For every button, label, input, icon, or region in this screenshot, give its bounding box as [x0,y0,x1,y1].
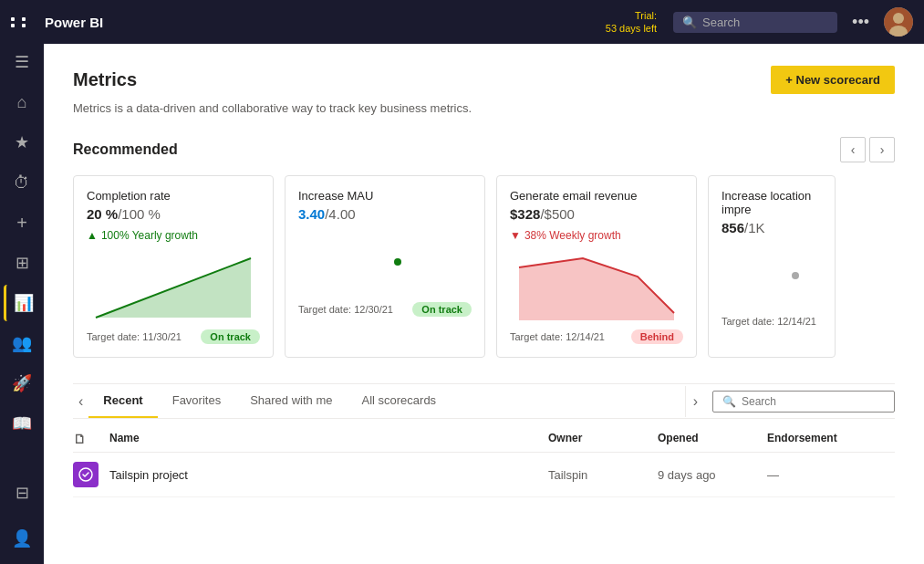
sidebar-item-home[interactable]: ⌂ [4,84,40,120]
table-section: 🗋 Name Owner Opened Endorsement Tailspin [73,426,895,497]
search-icon: 🔍 [722,395,736,408]
tab-all-scorecards[interactable]: All scorecards [347,384,451,418]
sidebar-item-user[interactable]: 👤 [4,520,40,557]
recommended-title: Recommended [73,141,178,158]
metric-cards-row: Completion rate 20 %/100 % ▲ 100% Yearly… [73,175,895,358]
tabs-next-button[interactable]: › [685,386,705,417]
row-endorsement: — [767,468,895,482]
status-badge: On track [412,302,472,317]
card-title: Increase MAU [298,189,472,203]
page-header: Metrics + New scorecard [73,66,895,94]
app-logo: Power BI [45,15,597,30]
card-footer: Target date: 12/30/21 On track [298,302,472,317]
card-title: Increase location impre [722,189,822,216]
tab-search-input[interactable] [742,395,869,408]
row-icon [73,462,109,487]
dot-green-indicator [394,258,401,266]
target-date: Target date: 11/30/21 [87,331,182,342]
card-chart [722,235,822,308]
col-owner: Owner [548,432,658,446]
nav-next-button[interactable]: › [869,137,895,162]
topbar-search-box[interactable]: 🔍 [673,12,837,33]
table-row[interactable]: Tailspin project Tailspin 9 days ago — [73,453,895,497]
card-chart [298,222,472,295]
row-owner: Tailspin [548,468,658,482]
sidebar-item-deploy[interactable]: 🚀 [4,365,40,402]
status-badge: Behind [631,329,683,344]
page-title: Metrics [73,69,137,90]
sidebar-item-apps[interactable]: ⊞ [4,245,40,281]
card-footer: Target date: 12/14/21 [722,316,822,327]
target-date: Target date: 12/30/21 [298,304,393,315]
tabs-row: ‹ Recent Favorites Shared with me All sc… [73,384,895,419]
card-footer: Target date: 12/14/21 Behind [510,329,683,344]
card-value: 3.40/4.00 [298,206,472,222]
card-title: Completion rate [87,189,260,203]
svg-point-1 [893,13,904,24]
dot-chart [298,222,472,295]
trial-info: Trial: 53 days left [606,9,657,36]
table-header: 🗋 Name Owner Opened Endorsement [73,426,895,453]
recommended-header: Recommended ‹ › [73,137,895,162]
card-chart [87,249,260,322]
tabs-prev-button[interactable]: ‹ [73,386,88,417]
card-growth: ▲ 100% Yearly growth [87,229,260,242]
sidebar-item-workspaces[interactable]: ⊟ [4,480,40,517]
tabs-section: ‹ Recent Favorites Shared with me All sc… [73,383,895,497]
card-value: 856/1K [722,220,822,235]
card-growth: ▼ 38% Weekly growth [510,229,683,242]
col-name: Name [109,432,548,446]
metric-card-increase-mau[interactable]: Increase MAU 3.40/4.00 Target date: 12/3… [285,175,485,358]
topbar: Power BI Trial: 53 days left 🔍 ••• [0,0,924,44]
card-value: 20 %/100 % [87,206,260,222]
target-date: Target date: 12/14/21 [510,331,605,342]
main-content: Metrics + New scorecard Metrics is a dat… [44,44,924,564]
file-icon: 🗋 [73,432,86,446]
more-options-icon[interactable]: ••• [852,13,869,32]
col-opened: Opened [658,432,767,446]
metric-card-email-revenue[interactable]: Generate email revenue $328/$500 ▼ 38% W… [496,175,697,358]
growth-text: 38% Weekly growth [524,229,621,242]
search-icon: 🔍 [682,16,697,29]
col-endorsement: Endorsement [767,432,895,446]
sidebar-item-favorites[interactable]: ★ [4,124,40,161]
col-icon: 🗋 [73,432,109,446]
card-title: Generate email revenue [510,189,683,203]
sidebar-item-menu[interactable]: ☰ [4,44,40,80]
metric-card-location[interactable]: Increase location impre 856/1K Target da… [708,175,836,358]
dot-gray-indicator [792,272,799,279]
growth-up-icon: ▲ [87,229,98,242]
sidebar-item-recent[interactable]: ⏱ [4,164,40,201]
dot-chart [722,235,822,308]
growth-down-icon: ▼ [510,229,521,242]
metric-card-completion-rate[interactable]: Completion rate 20 %/100 % ▲ 100% Yearly… [73,175,274,358]
growth-text: 100% Yearly growth [101,229,198,242]
tab-search-box[interactable]: 🔍 [712,391,895,413]
status-badge: On track [201,329,260,344]
target-date: Target date: 12/14/21 [722,316,816,327]
sidebar-item-metrics[interactable]: 📊 [4,285,40,321]
sidebar-item-people[interactable]: 👥 [4,325,40,361]
nav-arrows: ‹ › [840,137,895,162]
tab-recent[interactable]: Recent [88,384,157,418]
sidebar-item-create[interactable]: + [4,204,40,241]
tab-shared-with-me[interactable]: Shared with me [235,384,347,418]
nav-prev-button[interactable]: ‹ [840,137,866,162]
card-chart [510,249,683,322]
card-footer: Target date: 11/30/21 On track [87,329,260,344]
row-opened: 9 days ago [658,468,767,482]
row-name: Tailspin project [109,468,548,482]
user-avatar[interactable] [884,7,913,37]
card-value: $328/$500 [510,206,683,222]
new-scorecard-button[interactable]: + New scorecard [771,66,895,94]
scorecard-icon [73,462,99,487]
app-grid-icon[interactable] [11,17,30,27]
tab-favorites[interactable]: Favorites [158,384,235,418]
page-subtitle: Metrics is a data-driven and collaborati… [73,101,895,115]
search-input[interactable] [702,16,812,29]
sidebar-item-learn[interactable]: 📖 [4,405,40,442]
sidebar: ☰ ⌂ ★ ⏱ + ⊞ 📊 👥 🚀 📖 ⊟ 👤 [0,0,44,564]
